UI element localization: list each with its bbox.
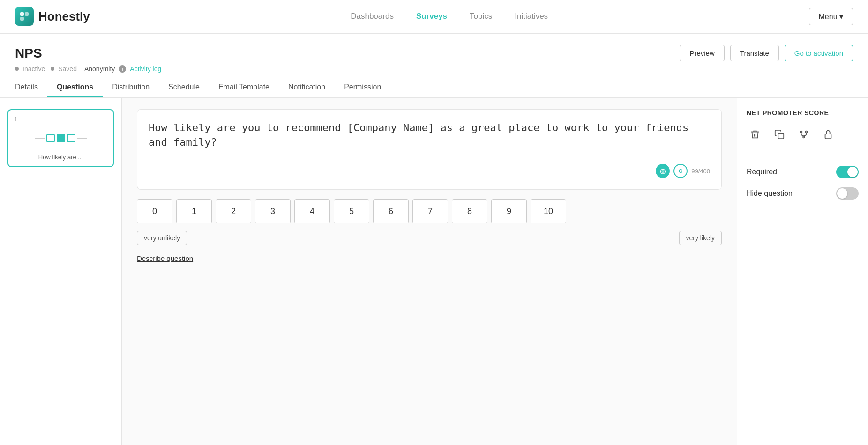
nav-items: Dashboards Surveys Topics Initiatives: [351, 12, 548, 21]
activation-button[interactable]: Go to activation: [785, 45, 853, 61]
tab-details[interactable]: Details: [15, 78, 47, 97]
scale-btn-0[interactable]: 0: [137, 199, 172, 223]
svg-rect-11: [825, 134, 831, 139]
question-card-label: How likely are ...: [14, 154, 107, 161]
required-label: Required: [747, 168, 777, 176]
required-toggle-knob: [847, 167, 858, 177]
left-panel: 1 How likely are ...: [0, 98, 122, 445]
page-header: NPS Preview Translate Go to activation I…: [0, 34, 868, 98]
inactive-dot: [15, 67, 19, 71]
logo: Honestly: [15, 7, 90, 26]
saved-dot: [51, 67, 54, 71]
navbar: Honestly Dashboards Surveys Topics Initi…: [0, 0, 868, 34]
tab-permission[interactable]: Permission: [335, 78, 390, 97]
page-title: NPS: [15, 46, 42, 61]
describe-question-link[interactable]: Describe question: [137, 254, 193, 262]
spellcheck-icon[interactable]: ◎: [656, 164, 670, 178]
required-toggle[interactable]: [836, 166, 859, 178]
title-row: NPS Preview Translate Go to activation: [15, 45, 853, 61]
char-count: 99/400: [691, 168, 710, 175]
tab-distribution[interactable]: Distribution: [103, 78, 159, 97]
lock-icon[interactable]: [820, 126, 837, 143]
svg-line-9: [801, 135, 804, 136]
anonymity-label: Anonymity: [84, 65, 115, 73]
logo-text: Honestly: [38, 9, 90, 24]
nps-scale-icon: [35, 134, 87, 142]
scale-btn-6[interactable]: 6: [373, 199, 409, 223]
scale-btn-7[interactable]: 7: [412, 199, 448, 223]
status-inactive: Inactive: [22, 65, 45, 73]
delete-icon[interactable]: [747, 126, 763, 143]
scale-label-left: very unlikely: [137, 231, 187, 245]
hide-question-toggle[interactable]: [836, 187, 859, 200]
svg-rect-3: [778, 133, 784, 139]
hide-question-toggle-knob: [837, 188, 847, 199]
copy-icon[interactable]: [771, 126, 788, 143]
question-card-number: 1: [14, 116, 107, 123]
grammarly-icon[interactable]: G: [673, 164, 688, 178]
svg-point-5: [806, 131, 808, 133]
center-panel: ◎ G 99/400 0 1 2 3 4 5 6 7 8 9 10 very u…: [122, 98, 737, 445]
right-divider: [737, 156, 868, 156]
branch-icon[interactable]: [795, 126, 812, 143]
nav-topics[interactable]: Topics: [470, 12, 492, 21]
page-actions: Preview Translate Go to activation: [680, 45, 853, 61]
svg-point-6: [803, 136, 805, 138]
tabs: Details Questions Distribution Schedule …: [15, 78, 853, 97]
page-meta: Inactive Saved Anonymity i Activity log: [15, 65, 853, 73]
right-panel-actions: [747, 126, 859, 143]
preview-button[interactable]: Preview: [680, 45, 724, 61]
right-panel-title: NET PROMOTER SCORE: [747, 109, 859, 117]
question-meta: ◎ G 99/400: [149, 164, 710, 178]
nps-box-left: [46, 134, 55, 142]
nps-line-left: [35, 138, 45, 139]
scale-labels: very unlikely very likely: [137, 231, 722, 245]
main-content: 1 How likely are ... ◎ G 99/400: [0, 98, 868, 445]
scale-btn-9[interactable]: 9: [491, 199, 527, 223]
tab-email-template[interactable]: Email Template: [209, 78, 279, 97]
menu-button[interactable]: Menu ▾: [809, 8, 853, 25]
nps-box-center: [57, 134, 65, 142]
scale-btn-10[interactable]: 10: [531, 199, 566, 223]
svg-rect-0: [20, 12, 24, 16]
menu-button-container: Menu ▾: [809, 8, 853, 25]
scale-btn-5[interactable]: 5: [334, 199, 369, 223]
activity-log-link[interactable]: Activity log: [130, 65, 161, 73]
nav-initiatives[interactable]: Initiatives: [515, 12, 548, 21]
scale-btn-1[interactable]: 1: [176, 199, 212, 223]
svg-rect-1: [25, 12, 29, 16]
info-icon[interactable]: i: [119, 65, 126, 73]
nps-box-right: [67, 134, 75, 142]
nav-surveys[interactable]: Surveys: [416, 12, 447, 21]
question-editor: ◎ G 99/400: [137, 109, 722, 190]
nav-dashboards[interactable]: Dashboards: [351, 12, 394, 21]
question-card-icon: [14, 126, 107, 150]
svg-line-10: [804, 135, 807, 136]
hide-question-label: Hide question: [747, 189, 793, 198]
nps-scale: 0 1 2 3 4 5 6 7 8 9 10: [137, 199, 722, 223]
required-row: Required: [747, 166, 859, 178]
hide-question-row: Hide question: [747, 187, 859, 200]
svg-point-4: [801, 131, 802, 133]
nps-line-right: [77, 138, 87, 139]
translate-button[interactable]: Translate: [730, 45, 779, 61]
tab-schedule[interactable]: Schedule: [159, 78, 209, 97]
scale-btn-8[interactable]: 8: [452, 199, 487, 223]
scale-label-right: very likely: [679, 231, 722, 245]
question-card-1[interactable]: 1 How likely are ...: [7, 109, 114, 167]
status-saved: Saved: [58, 65, 77, 73]
logo-icon: [15, 7, 34, 26]
right-panel: NET PROMOTER SCORE: [737, 98, 868, 445]
svg-rect-2: [20, 17, 24, 21]
scale-btn-4[interactable]: 4: [294, 199, 330, 223]
tab-notification[interactable]: Notification: [279, 78, 335, 97]
question-text-input[interactable]: [149, 121, 710, 158]
scale-btn-3[interactable]: 3: [255, 199, 291, 223]
tab-questions[interactable]: Questions: [47, 78, 103, 97]
scale-btn-2[interactable]: 2: [216, 199, 251, 223]
